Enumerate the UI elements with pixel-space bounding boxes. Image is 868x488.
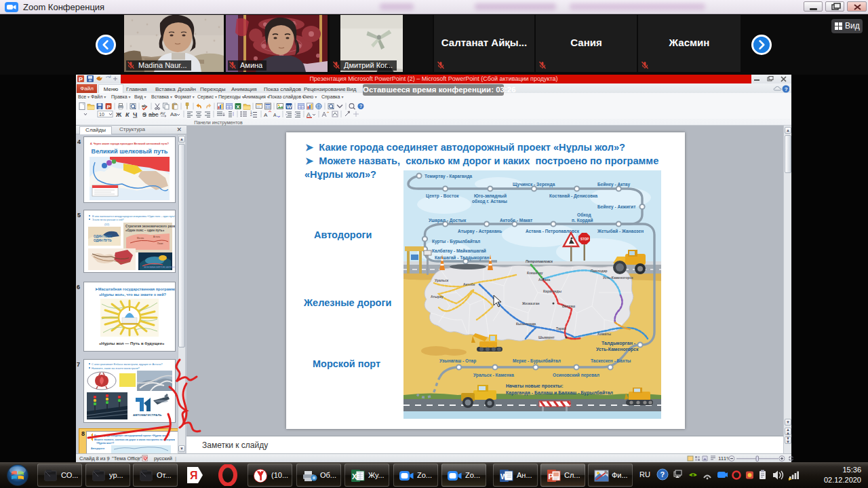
svg-text:4. Через какие города проходил: 4. Через какие города проходил Великий ш…: [90, 142, 170, 145]
svg-text:Павлодар: Павлодар: [591, 269, 608, 273]
svg-text:п. Кордай: п. Кордай: [572, 218, 593, 223]
svg-text:Талдыкорган -: Талдыкорган -: [601, 341, 636, 346]
svg-text:«Один пояс – один путь»: «Один пояс – один путь»: [125, 229, 165, 232]
svg-text:Кызылорда: Кызылорда: [516, 322, 536, 326]
svg-text:?: ?: [660, 470, 665, 478]
svg-text:abc: abc: [149, 111, 159, 118]
svg-text:X: X: [352, 472, 357, 481]
svg-text:Бейнеу - Актау: Бейнеу - Актау: [597, 182, 631, 187]
svg-text:Я: Я: [190, 470, 198, 481]
svg-text:Актобе: Актобе: [463, 282, 475, 286]
svg-text:К: К: [125, 111, 130, 118]
svg-text:A: A: [264, 112, 268, 118]
svg-text:Осиновский перевал: Осиновский перевал: [553, 373, 599, 378]
svg-text:Кокшетау: Кокшетау: [527, 271, 543, 275]
svg-text:?: ?: [785, 86, 788, 92]
svg-text:Караганды: Караганды: [543, 289, 561, 293]
svg-text:A: A: [273, 113, 277, 117]
svg-text:W: W: [500, 472, 508, 481]
svg-text:Калбатау - Майкапшагай: Калбатау - Майкапшагай: [432, 248, 486, 254]
svg-text:Шымкент: Шымкент: [538, 335, 555, 339]
svg-text:Ушарал - Достык: Ушарал - Достык: [429, 218, 467, 223]
svg-text:Стратегия экономического разви: Стратегия экономического развития: [125, 225, 175, 228]
svg-text:Таскескен - Бахты: Таскескен - Бахты: [591, 358, 631, 363]
svg-text:Петропавловск: Петропавловск: [526, 259, 553, 263]
svg-text:Уральск - Каменка: Уральск - Каменка: [473, 373, 514, 378]
svg-text:(12): (12): [104, 223, 110, 226]
svg-text:Уральск: Уральск: [435, 278, 449, 282]
svg-text:Астана: Астана: [538, 278, 551, 282]
svg-text:Жезказган: Жезказган: [521, 301, 540, 305]
svg-text:ОДИН ПУТЬ: ОДИН ПУТЬ: [94, 239, 112, 242]
svg-text:В чем заключается международна: В чем заключается международная инициати…: [92, 215, 175, 218]
svg-text:Темиртау - Караганда: Темиртау - Караганда: [425, 174, 473, 179]
svg-text:Обход: Обход: [577, 212, 591, 218]
svg-text:Пекин: Пекин: [157, 242, 163, 245]
svg-text:Алматы: Алматы: [597, 332, 611, 336]
svg-text:ОДИН ПОЯС: ОДИН ПОЯС: [94, 235, 113, 238]
svg-text:Узынагаш - Отар: Узынагаш - Отар: [439, 358, 476, 364]
svg-text:Актобе - Макат: Актобе - Макат: [500, 218, 533, 223]
svg-text:Караганда - Балхаш и Балхаш -: Караганда - Балхаш и Балхаш - Бурылбайта…: [506, 390, 613, 396]
svg-text:Великий шелковый путь: Великий шелковый путь: [92, 148, 168, 155]
svg-text:Знали ли вы раньше о ней?: Знали ли вы раньше о ней?: [92, 219, 124, 221]
svg-text:P: P: [106, 104, 111, 110]
svg-text:10: 10: [99, 112, 104, 117]
svg-text:?: ?: [359, 104, 362, 109]
svg-text:Центр - Восток: Центр - Восток: [426, 193, 459, 199]
svg-text:Юго-западный: Юго-западный: [474, 193, 507, 199]
svg-text:➤Масштабная государственная пр: ➤Масштабная государственная программа: [95, 287, 175, 291]
svg-text:Мерке - Бурылбайтал: Мерке - Бурылбайтал: [513, 358, 561, 364]
svg-text:Атырау: Атырау: [431, 295, 443, 299]
svg-text:Бейнеу - Акжигит: Бейнеу - Акжигит: [597, 204, 636, 210]
svg-text:Балхаш: Балхаш: [562, 304, 575, 308]
svg-text:Начаты новые проекты:: Начаты новые проекты:: [506, 383, 564, 389]
svg-text:Aa: Aa: [170, 111, 177, 117]
svg-text:Щучинск - Зеренда: Щучинск - Зеренда: [513, 182, 555, 187]
svg-text:X: X: [236, 104, 240, 110]
svg-text:Жетыбай - Жанаозен: Жетыбай - Жанаозен: [597, 229, 644, 233]
svg-text:Усть-Каменогорск: Усть-Каменогорск: [596, 347, 639, 352]
svg-text:Астана: Астана: [153, 236, 160, 238]
svg-text:P: P: [548, 472, 553, 481]
svg-text:А: А: [307, 111, 311, 118]
svg-text:Костанай - Денисовка: Костанай - Денисовка: [549, 193, 598, 199]
svg-text:2.: 2.: [250, 113, 253, 117]
svg-text:Атырау - Астрахань: Атырау - Астрахань: [458, 229, 502, 234]
svg-text:обход г. Астаны: обход г. Астаны: [472, 199, 507, 204]
svg-text:«Нұрлы жол», что вы знаете о н: «Нұрлы жол», что вы знаете о ней?: [99, 293, 167, 297]
svg-text:Москва: Москва: [137, 237, 144, 240]
svg-text:Курты - Бурылбайтал: Курты - Бурылбайтал: [432, 239, 480, 244]
svg-text:S: S: [142, 111, 146, 118]
svg-text:Тараз: Тараз: [556, 326, 566, 331]
svg-text:Усть-Каменогорск: Усть-Каменогорск: [603, 276, 633, 280]
svg-text:Ж: Ж: [115, 111, 122, 118]
svg-text:STOP: STOP: [580, 238, 589, 241]
svg-text:AV: AV: [160, 111, 165, 115]
svg-text:P: P: [79, 76, 83, 83]
svg-text:Ч: Ч: [133, 111, 137, 118]
svg-text:W: W: [287, 104, 292, 110]
svg-text:ЭКОНОМИЧЕСКИЙ ПОЯС ШЕЛКОВОГО П: ЭКОНОМИЧЕСКИЙ ПОЯС ШЕЛКОВОГО ПУТИ: [144, 266, 175, 269]
